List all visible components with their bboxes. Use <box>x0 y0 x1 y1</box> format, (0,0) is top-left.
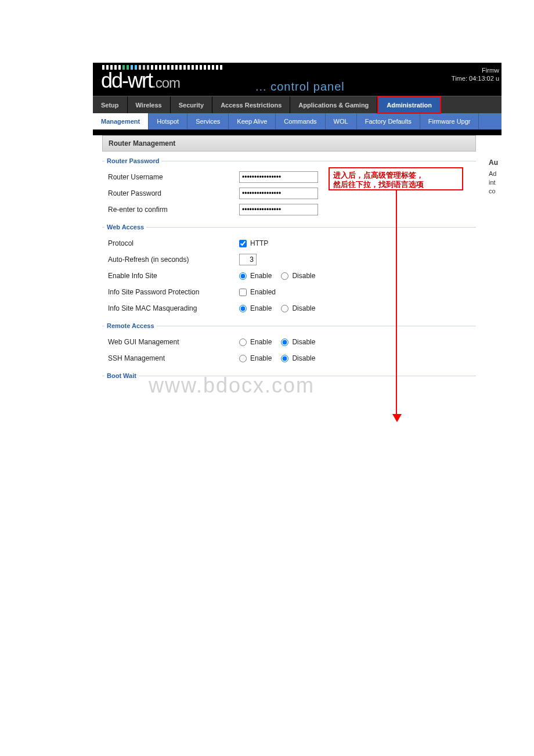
help-line2: int <box>489 178 501 187</box>
row-confirm: Re-enter to confirm <box>102 201 476 218</box>
label-webgui: Web GUI Management <box>108 338 239 346</box>
logo: dd-wrt.com <box>101 69 180 93</box>
fieldset-boot-wait: Boot Wait <box>102 372 476 384</box>
row-webgui: Web GUI Management Enable Disable <box>102 334 476 350</box>
help-line1: Ad <box>489 170 501 178</box>
subtab-hotspot[interactable]: Hotspot <box>149 113 187 129</box>
fieldset-web-access: Web Access Protocol HTTP Auto-Refresh (i… <box>102 224 476 316</box>
opt-ssh-enable[interactable]: Enable <box>239 354 272 362</box>
radio-macmasq-disable[interactable] <box>281 305 288 312</box>
label-macmasq: Info Site MAC Masquerading <box>108 304 239 312</box>
firmware-label: Firmw <box>452 66 499 74</box>
tab-security[interactable]: Security <box>171 96 212 113</box>
fieldset-remote-access: Remote Access Web GUI Management Enable … <box>102 322 476 366</box>
legend-remote-access: Remote Access <box>104 322 157 329</box>
tab-applications-gaming[interactable]: Applications & Gaming <box>290 96 377 113</box>
radio-infosite-disable[interactable] <box>281 272 288 280</box>
row-infopw: Info Site Password Protection Enabled <box>102 284 476 300</box>
header: dd-wrt.com ... control panel Firmw Time:… <box>93 63 501 96</box>
label-ssh: SSH Management <box>108 354 239 362</box>
opt-infosite-disable[interactable]: Disable <box>281 272 315 280</box>
callout-line2: 然后往下拉，找到语言选项 <box>333 180 459 189</box>
opt-macmasq-disable[interactable]: Disable <box>281 304 315 312</box>
tab-access-restrictions[interactable]: Access Restrictions <box>212 96 290 113</box>
legend-boot-wait: Boot Wait <box>104 372 139 379</box>
help-sidebar: Au Ad int co <box>489 159 501 196</box>
subtab-services[interactable]: Services <box>187 113 229 129</box>
tab-wireless[interactable]: Wireless <box>128 96 171 113</box>
opt-infosite-enable[interactable]: Enable <box>239 272 272 280</box>
row-macmasq: Info Site MAC Masquerading Enable Disabl… <box>102 300 476 316</box>
label-confirm: Re-enter to confirm <box>108 206 239 214</box>
radio-ssh-disable[interactable] <box>281 355 288 362</box>
legend-web-access: Web Access <box>104 224 146 231</box>
annotation-callout: 进入后，点高级管理标签， 然后往下拉，找到语言选项 <box>329 167 463 190</box>
logo-sub: .com <box>152 75 180 91</box>
subtab-wol[interactable]: WOL <box>326 113 357 129</box>
page-body: Router Management Router Password Router… <box>93 135 501 426</box>
checkbox-infopw[interactable] <box>239 289 247 296</box>
annotation-arrow-line <box>396 190 397 418</box>
annotation-arrow-head-icon <box>392 414 402 422</box>
label-infosite: Enable Info Site <box>108 272 239 280</box>
row-ssh: SSH Management Enable Disable <box>102 350 476 366</box>
help-line3: co <box>489 187 501 196</box>
input-router-confirm[interactable] <box>239 204 318 215</box>
input-autorefresh[interactable] <box>239 254 257 265</box>
subtab-commands[interactable]: Commands <box>276 113 325 129</box>
subtab-firmware-upgrade[interactable]: Firmware Upgr <box>420 113 479 129</box>
row-autorefresh: Auto-Refresh (in seconds) <box>102 251 476 268</box>
radio-webgui-disable[interactable] <box>281 339 288 346</box>
radio-webgui-enable[interactable] <box>239 339 247 346</box>
screenshot-region: dd-wrt.com ... control panel Firmw Time:… <box>93 63 501 426</box>
label-password: Router Password <box>108 189 239 197</box>
time-label: Time: 04:13:02 u <box>452 74 499 82</box>
radio-macmasq-enable[interactable] <box>239 305 247 312</box>
header-meta: Firmw Time: 04:13:02 u <box>452 66 499 82</box>
radio-infosite-enable[interactable] <box>239 272 247 280</box>
input-router-password[interactable] <box>239 188 318 199</box>
label-username: Router Username <box>108 173 239 181</box>
label-protocol: Protocol <box>108 239 239 247</box>
opt-webgui-disable[interactable]: Disable <box>281 338 315 346</box>
control-panel-label: ... control panel <box>255 80 345 93</box>
help-title: Au <box>489 159 501 167</box>
checkbox-http[interactable] <box>239 240 247 247</box>
label-infopw: Info Site Password Protection <box>108 288 239 296</box>
subtab-keep-alive[interactable]: Keep Alive <box>229 113 276 129</box>
sub-tabs: Management Hotspot Services Keep Alive C… <box>93 113 501 129</box>
page-title: Router Management <box>102 135 476 152</box>
subtab-management[interactable]: Management <box>93 113 149 129</box>
row-infosite: Enable Info Site Enable Disable <box>102 268 476 284</box>
tab-setup[interactable]: Setup <box>93 96 128 113</box>
main-tabs: Setup Wireless Security Access Restricti… <box>93 96 501 113</box>
callout-line1: 进入后，点高级管理标签， <box>333 171 459 180</box>
opt-http[interactable]: HTTP <box>239 239 268 247</box>
opt-infopw-enabled[interactable]: Enabled <box>239 288 276 296</box>
row-protocol: Protocol HTTP <box>102 235 476 251</box>
legend-router-password: Router Password <box>104 157 161 164</box>
radio-ssh-enable[interactable] <box>239 355 247 362</box>
opt-webgui-enable[interactable]: Enable <box>239 338 272 346</box>
logo-main: dd-wrt <box>101 69 152 92</box>
label-http: HTTP <box>250 239 268 247</box>
opt-ssh-disable[interactable]: Disable <box>281 354 315 362</box>
label-autorefresh: Auto-Refresh (in seconds) <box>108 255 239 264</box>
tab-administration[interactable]: Administration <box>377 96 441 114</box>
input-router-username[interactable] <box>239 171 318 183</box>
opt-macmasq-enable[interactable]: Enable <box>239 304 272 312</box>
subtab-factory-defaults[interactable]: Factory Defaults <box>357 113 420 129</box>
